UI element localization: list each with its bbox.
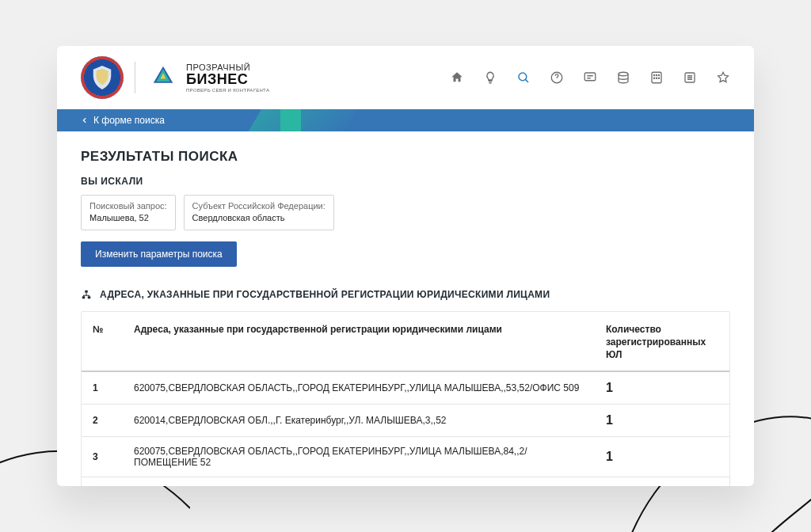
col-num-header: № (82, 312, 123, 372)
sitemap-icon (81, 289, 92, 300)
brand-line1: ПРОЗРАЧНЫЙ (186, 63, 269, 72)
svg-point-12 (653, 78, 654, 78)
col-cnt-header: Количество зарегистрированных ЮЛ (595, 312, 729, 372)
chip-region: Субъект Российской Федерации: Свердловск… (184, 195, 334, 230)
col-addr-header: Адреса, указанные при государственной ре… (123, 312, 595, 372)
table-row[interactable]: 3 620075,СВЕРДЛОВСКАЯ ОБЛАСТЬ,,ГОРОД ЕКА… (82, 437, 729, 477)
row-num: 1 (82, 371, 123, 405)
section-title: АДРЕСА, УКАЗАННЫЕ ПРИ ГОСУДАРСТВЕННОЙ РЕ… (81, 289, 730, 300)
svg-point-10 (656, 74, 657, 75)
svg-rect-20 (82, 296, 86, 298)
search-icon[interactable] (516, 70, 531, 85)
row-addr: 620075,СВЕРДЛОВСКАЯ ОБЛАСТЬ,,ГОРОД ЕКАТЕ… (123, 371, 595, 405)
row-addr: 620075,СВЕРДЛОВСКАЯ ОБЛАСТЬ,,ГОРОД ЕКАТЕ… (123, 437, 595, 477)
svg-point-14 (658, 78, 659, 78)
brand: ПРОЗРАЧНЫЙ БИЗНЕС ПРОВЕРЬ СЕБЯ И КОНТРАГ… (81, 56, 269, 99)
row-cnt: 1 (595, 371, 729, 405)
nav-icons (450, 70, 730, 85)
results-table-card: № Адреса, указанные при государственной … (81, 311, 730, 486)
row-num: 4 (82, 477, 123, 486)
svg-rect-6 (584, 73, 596, 81)
breadcrumb-banner: К форме поиска (57, 109, 754, 131)
subtitle: ВЫ ИСКАЛИ (81, 176, 730, 187)
svg-point-13 (656, 78, 657, 78)
table-row[interactable]: 1 620075,СВЕРДЛОВСКАЯ ОБЛАСТЬ,,ГОРОД ЕКА… (82, 371, 729, 405)
database-icon[interactable] (616, 70, 630, 85)
svg-point-9 (653, 74, 654, 75)
row-cnt: 1 (595, 437, 729, 477)
chip-region-value: Свердловская область (192, 212, 326, 224)
emblem-logo (81, 56, 124, 99)
row-cnt: 1 (595, 405, 729, 437)
back-to-search-link[interactable]: К форме поиска (81, 115, 165, 126)
chip-region-label: Субъект Российской Федерации: (192, 200, 326, 212)
content: РЕЗУЛЬТАТЫ ПОИСКА ВЫ ИСКАЛИ Поисковый за… (57, 131, 754, 486)
star-icon[interactable] (716, 70, 730, 85)
home-icon[interactable] (450, 70, 464, 85)
calc-icon[interactable] (649, 70, 664, 85)
edit-params-button[interactable]: Изменить параметры поиска (81, 241, 237, 267)
chip-query: Поисковый запрос: Малышева, 52 (81, 195, 176, 230)
table-row[interactable]: 2 620014,СВЕРДЛОВСКАЯ ОБЛ.,,Г. Екатеринб… (82, 405, 729, 437)
svg-point-3 (519, 73, 527, 81)
svg-point-7 (619, 72, 628, 76)
app-window: ПРОЗРАЧНЫЙ БИЗНЕС ПРОВЕРЬ СЕБЯ И КОНТРАГ… (57, 46, 754, 486)
chip-query-value: Малышева, 52 (89, 212, 167, 224)
back-label: К форме поиска (93, 115, 165, 126)
svg-rect-19 (85, 290, 88, 292)
list-icon[interactable] (683, 70, 697, 85)
row-addr: 624286,СВЕРДЛОВСКАЯ ОБЛАСТЬ,,ПОСЕЛОК ГОР… (123, 477, 595, 486)
row-num: 2 (82, 405, 123, 437)
results-table: № Адреса, указанные при государственной … (82, 312, 729, 486)
svg-line-4 (525, 79, 528, 82)
brand-separator (135, 62, 135, 93)
table-row[interactable]: 4 624286,СВЕРДЛОВСКАЯ ОБЛАСТЬ,,ПОСЕЛОК Г… (82, 477, 729, 486)
header: ПРОЗРАЧНЫЙ БИЗНЕС ПРОВЕРЬ СЕБЯ И КОНТРАГ… (57, 46, 754, 109)
arrow-left-icon (81, 116, 89, 124)
brand-text: ПРОЗРАЧНЫЙ БИЗНЕС ПРОВЕРЬ СЕБЯ И КОНТРАГ… (186, 63, 269, 93)
chat-icon[interactable] (583, 70, 597, 85)
svg-point-11 (658, 74, 659, 75)
brand-mark-icon (147, 59, 180, 96)
page-title: РЕЗУЛЬТАТЫ ПОИСКА (81, 149, 730, 165)
idea-icon[interactable] (483, 70, 497, 85)
brand-line2: БИЗНЕС (186, 72, 269, 86)
search-chips: Поисковый запрос: Малышева, 52 Субъект Р… (81, 195, 730, 230)
help-icon[interactable] (550, 70, 564, 85)
chip-query-label: Поисковый запрос: (89, 200, 167, 212)
section-title-text: АДРЕСА, УКАЗАННЫЕ ПРИ ГОСУДАРСТВЕННОЙ РЕ… (100, 289, 550, 300)
brand-logo: ПРОЗРАЧНЫЙ БИЗНЕС ПРОВЕРЬ СЕБЯ И КОНТРАГ… (147, 59, 269, 96)
row-cnt: 1 (595, 477, 729, 486)
row-num: 3 (82, 437, 123, 477)
brand-tagline: ПРОВЕРЬ СЕБЯ И КОНТРАГЕНТА (186, 88, 269, 93)
svg-rect-21 (88, 296, 91, 298)
row-addr: 620014,СВЕРДЛОВСКАЯ ОБЛ.,,Г. Екатеринбур… (123, 405, 595, 437)
